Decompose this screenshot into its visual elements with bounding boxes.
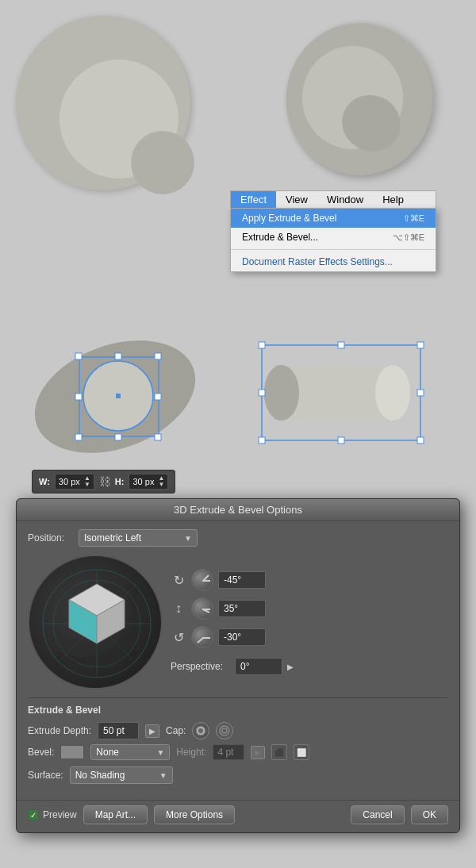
menu-container: Effect View Window Help Apply Extrude & … — [230, 190, 436, 272]
svg-point-45 — [222, 728, 227, 733]
angle-field-3[interactable]: -30° — [218, 628, 266, 646]
extrude-depth-field[interactable]: 50 pt — [98, 722, 139, 739]
extrude-depth-row: Extrude Depth: 50 pt ▶ Cap: — [28, 722, 448, 739]
dialog-body: Position: Isometric Left ▼ — [17, 521, 459, 800]
svg-rect-20 — [338, 342, 344, 348]
svg-point-40 — [194, 628, 213, 647]
angle-field-2[interactable]: 35° — [218, 600, 266, 617]
dialog-title: 3D Extrude & Bevel Options — [17, 499, 459, 521]
extrude-depth-label: Extrude Depth: — [28, 725, 91, 736]
link-icon: ⛓ — [99, 475, 110, 488]
svg-rect-26 — [417, 437, 424, 444]
position-select[interactable]: Isometric Left ▼ — [79, 529, 198, 547]
svg-point-18 — [264, 365, 299, 421]
perspective-arrow[interactable]: ▶ — [287, 663, 294, 671]
svg-rect-8 — [115, 434, 121, 440]
map-art-button[interactable]: Map Art... — [83, 805, 148, 824]
menu-apply-extrude-shortcut: ⇧⌘E — [403, 213, 424, 224]
perspective-field[interactable]: 0° — [235, 658, 282, 675]
surface-label: Surface: — [28, 770, 63, 781]
svg-rect-7 — [75, 434, 82, 440]
svg-rect-6 — [155, 394, 161, 400]
angle-row-1: ↻ -45° — [171, 569, 448, 591]
menu-item-window[interactable]: Window — [317, 191, 373, 208]
cap-btn-hollow[interactable] — [216, 722, 233, 739]
cube-viewport[interactable] — [28, 555, 163, 689]
surface-select[interactable]: No Shading ▼ — [70, 766, 173, 784]
svg-rect-4 — [155, 353, 161, 359]
svg-rect-3 — [115, 353, 121, 359]
cancel-button[interactable]: Cancel — [351, 805, 404, 824]
canvas-area: Effect View Window Help Apply Extrude & … — [0, 0, 476, 500]
svg-rect-22 — [259, 390, 265, 396]
bevel-icon-btn-2[interactable]: ⬜ — [294, 744, 309, 760]
position-value: Isometric Left — [84, 532, 141, 543]
menu-item-effect[interactable]: Effect — [231, 191, 276, 208]
svg-line-41 — [198, 638, 203, 643]
disk-inner — [302, 40, 403, 155]
dial-1-svg — [192, 570, 214, 592]
svg-rect-2 — [75, 353, 82, 359]
height-arrow[interactable]: ▶ — [251, 746, 265, 759]
wh-toolbar: W: 30 px ▲ ▼ ⛓ H: 30 px ▲ ▼ — [32, 470, 175, 494]
bevel-value: None — [96, 747, 119, 758]
cylinder-svg — [254, 333, 428, 452]
blob-svg — [24, 333, 206, 460]
svg-point-17 — [375, 365, 410, 421]
menu-apply-extrude-label: Apply Extrude & Bevel — [242, 213, 336, 224]
rotate-z-icon: ↺ — [171, 630, 186, 645]
angle-row-3: ↺ -30° — [171, 626, 448, 648]
angle-controls: ↻ -45° ↕ — [171, 555, 448, 689]
menu-extrude-bevel-shortcut: ⌥⇧⌘E — [393, 232, 424, 243]
ok-button[interactable]: OK — [411, 805, 448, 824]
position-row: Position: Isometric Left ▼ — [28, 529, 448, 547]
bevel-label: Bevel: — [28, 747, 54, 758]
svg-rect-5 — [75, 394, 82, 400]
rotate-x-icon: ↻ — [171, 573, 186, 588]
h-label: H: — [115, 477, 125, 486]
bevel-icon-btn-1[interactable]: ⬛ — [271, 744, 287, 760]
height-field[interactable]: 4 pt — [213, 744, 244, 760]
menu-item-view[interactable]: View — [276, 191, 317, 208]
svg-point-38 — [194, 600, 213, 619]
h-value-field[interactable]: 30 px ▲ ▼ — [129, 474, 168, 490]
cap-filled-icon — [195, 725, 206, 736]
perspective-row: Perspective: 0° ▶ — [171, 658, 448, 675]
preview-checkbox[interactable]: ✓ — [28, 809, 39, 820]
menu-dropdown: Apply Extrude & Bevel ⇧⌘E Extrude & Beve… — [230, 208, 436, 272]
svg-rect-21 — [417, 342, 424, 348]
menu-apply-extrude[interactable]: Apply Extrude & Bevel ⇧⌘E — [231, 209, 436, 228]
svg-rect-24 — [259, 437, 265, 444]
disk-right — [270, 24, 428, 175]
height-label: Height: — [176, 747, 206, 758]
surface-row: Surface: No Shading ▼ — [28, 766, 448, 784]
svg-rect-23 — [417, 390, 424, 396]
extrude-section-title: Extrude & Bevel — [28, 705, 448, 716]
cube-3d-svg — [41, 568, 152, 679]
menu-item-help[interactable]: Help — [373, 191, 413, 208]
w-value-text: 30 px — [59, 477, 80, 486]
angle-row-2: ↕ 35° — [171, 597, 448, 620]
angle-dial-1[interactable] — [191, 569, 213, 591]
cap-btn-filled[interactable] — [192, 722, 209, 739]
svg-point-44 — [220, 726, 229, 735]
h-spinner-down[interactable]: ▼ — [159, 482, 165, 488]
extrude-depth-arrow[interactable]: ▶ — [145, 724, 159, 738]
angle-field-1[interactable]: -45° — [218, 571, 266, 589]
angle-dial-2[interactable] — [191, 597, 213, 620]
perspective-label: Perspective: — [171, 661, 230, 672]
menu-raster-settings[interactable]: Document Raster Effects Settings... — [231, 252, 436, 271]
preview-label: Preview — [43, 809, 77, 820]
position-label: Position: — [28, 532, 72, 543]
svg-rect-19 — [259, 342, 265, 348]
menu-raster-label: Document Raster Effects Settings... — [242, 256, 393, 267]
w-value-field[interactable]: 30 px ▲ ▼ — [55, 474, 94, 490]
controls-area: ↻ -45° ↕ — [28, 555, 448, 689]
more-options-button[interactable]: More Options — [154, 805, 235, 824]
blob-left — [24, 333, 206, 460]
w-spinner-down[interactable]: ▼ — [84, 482, 90, 488]
angle-dial-3[interactable] — [191, 626, 213, 648]
bevel-select[interactable]: None ▼ — [90, 744, 170, 760]
menu-extrude-bevel[interactable]: Extrude & Bevel... ⌥⇧⌘E — [231, 228, 436, 247]
circle-center-left — [131, 131, 194, 194]
